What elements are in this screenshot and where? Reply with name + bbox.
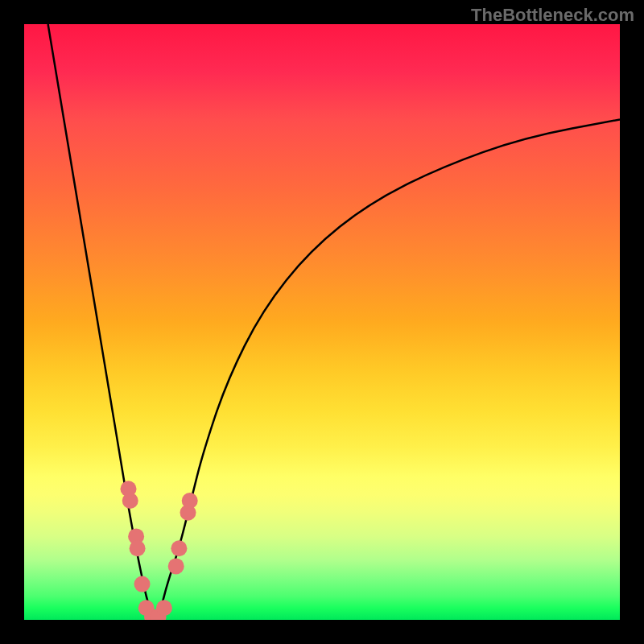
curve-marker	[122, 493, 138, 509]
bottleneck-curve	[48, 24, 620, 617]
curve-marker	[130, 540, 146, 556]
curve-marker	[134, 576, 151, 592]
watermark-text: TheBottleneck.com	[471, 5, 634, 26]
curve-marker	[182, 493, 198, 509]
curve-marker	[171, 540, 187, 556]
curve-marker	[168, 558, 184, 574]
curve-markers	[121, 481, 198, 620]
chart-svg	[24, 24, 620, 620]
chart-plot-area	[24, 24, 620, 620]
curve-marker	[156, 600, 172, 616]
